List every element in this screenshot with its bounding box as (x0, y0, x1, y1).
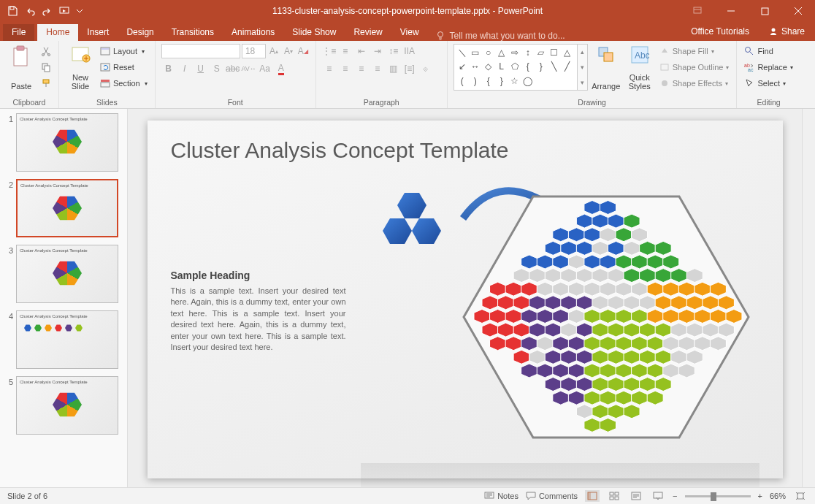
qat-customize-icon[interactable] (74, 3, 85, 19)
reset-button[interactable]: Reset (99, 60, 149, 75)
svg-marker-53 (655, 241, 671, 255)
thumbnail-1[interactable]: Cluster Analysis Concept Template (16, 113, 118, 172)
new-slide-button[interactable]: New Slide (65, 44, 96, 92)
zoom-slider[interactable] (685, 495, 751, 497)
shape-effects-button[interactable]: Shape Effects▾ (658, 76, 731, 91)
shapes-scroll[interactable]: ▴▾▾ (578, 44, 588, 91)
shape-arrow-icon[interactable]: ⇨ (508, 46, 521, 59)
text-block[interactable]: Sample Heading This is a sample text. In… (171, 270, 346, 467)
smartart-icon[interactable]: ⟐ (418, 61, 433, 76)
char-spacing-icon[interactable]: AV↔ (242, 61, 256, 76)
slide-canvas[interactable]: Cluster Analysis Concept Template Sample… (148, 121, 783, 478)
tab-home[interactable]: Home (37, 24, 78, 41)
text-direction-icon[interactable]: IIA (402, 44, 417, 58)
office-tutorials[interactable]: Office Tutorials (682, 23, 758, 40)
numbering-icon[interactable]: ≡ (338, 44, 353, 58)
align-left-icon[interactable]: ≡ (322, 61, 337, 76)
grow-font-icon[interactable]: A▴ (267, 44, 280, 58)
svg-marker-88 (678, 282, 695, 296)
select-button[interactable]: Select▾ (743, 76, 794, 91)
zoom-out-icon[interactable]: − (673, 492, 677, 500)
cut-button[interactable] (39, 44, 53, 58)
quick-styles-button[interactable]: Abc Quick Styles (624, 44, 655, 92)
svg-marker-72 (639, 269, 655, 283)
shape-outline-button[interactable]: Shape Outline▾ (658, 60, 731, 75)
shrink-font-icon[interactable]: A▾ (282, 44, 295, 58)
slide-title[interactable]: Cluster Analysis Concept Template (171, 138, 759, 163)
reflection (361, 463, 759, 487)
svg-marker-178 (545, 378, 561, 392)
slide-indicator[interactable]: Slide 2 of 6 (7, 492, 47, 500)
undo-icon[interactable] (22, 3, 38, 19)
columns-icon[interactable]: ▥ (386, 61, 401, 76)
ribbon-options-icon[interactable] (681, 0, 714, 22)
redo-icon[interactable] (39, 3, 56, 19)
slide-editor[interactable]: Cluster Analysis Concept Template Sample… (128, 109, 802, 487)
section-button[interactable]: Section▾ (99, 76, 149, 91)
font-name-input[interactable] (161, 44, 240, 58)
comments-button[interactable]: Comments (526, 492, 578, 500)
change-case-icon[interactable]: Aa (258, 61, 272, 76)
tab-review[interactable]: Review (345, 24, 391, 41)
maximize-icon[interactable] (748, 0, 781, 22)
vertical-scrollbar[interactable] (802, 109, 815, 487)
find-button[interactable]: Find (743, 44, 794, 58)
tab-view[interactable]: View (391, 24, 428, 41)
format-painter-button[interactable] (39, 76, 53, 91)
save-icon[interactable] (4, 3, 20, 19)
layout-button[interactable]: Layout▾ (99, 44, 149, 58)
tab-slideshow[interactable]: Slide Show (283, 24, 345, 41)
align-text-icon[interactable]: [≡] (402, 61, 417, 76)
zoom-in-icon[interactable]: + (758, 492, 762, 500)
font-size-input[interactable]: 18 (242, 44, 266, 58)
bullets-icon[interactable]: ⋮≡ (322, 44, 337, 58)
shape-tri-icon[interactable]: △ (495, 46, 508, 59)
close-icon[interactable] (781, 0, 815, 22)
align-center-icon[interactable]: ≡ (338, 61, 353, 76)
indent-icon[interactable]: ⇥ (370, 44, 385, 58)
thumbnail-3[interactable]: Cluster Analysis Concept Template (16, 245, 118, 303)
reading-view-icon[interactable] (629, 490, 643, 502)
tab-design[interactable]: Design (118, 24, 162, 41)
bold-icon[interactable]: B (161, 61, 176, 76)
shape-fill-button[interactable]: Shape Fill▾ (658, 44, 731, 58)
sorter-view-icon[interactable] (607, 490, 621, 502)
share-button[interactable]: Share (761, 22, 812, 41)
arrange-button[interactable]: Arrange (591, 44, 621, 92)
svg-point-26 (746, 47, 751, 53)
clear-format-icon[interactable]: A◢ (296, 44, 310, 58)
fit-window-icon[interactable] (793, 490, 808, 502)
thumbnail-2[interactable]: Cluster Analysis Concept Template (16, 179, 118, 237)
notes-button[interactable]: Notes (484, 492, 519, 500)
tab-transitions[interactable]: Transitions (163, 24, 223, 41)
shape-line-icon[interactable]: ＼ (456, 46, 469, 59)
paste-button[interactable]: Paste (6, 44, 37, 92)
normal-view-icon[interactable] (585, 490, 600, 502)
start-from-beginning-icon[interactable] (57, 3, 73, 19)
font-color-icon[interactable]: A (274, 61, 288, 76)
tell-me[interactable]: Tell me what you want to do... (435, 31, 565, 41)
shadow-icon[interactable]: S (210, 61, 224, 76)
copy-button[interactable] (39, 60, 53, 75)
align-right-icon[interactable]: ≡ (354, 61, 369, 76)
tab-insert[interactable]: Insert (78, 24, 118, 41)
thumbnail-5[interactable]: Cluster Analysis Concept Template (16, 376, 118, 435)
outdent-icon[interactable]: ⇤ (354, 44, 369, 58)
strike-icon[interactable]: abc (226, 61, 240, 76)
zoom-level[interactable]: 66% (770, 492, 786, 500)
underline-icon[interactable]: U (194, 61, 208, 76)
line-spacing-icon[interactable]: ↕≡ (386, 44, 401, 58)
shapes-gallery[interactable]: ＼▭○△⇨↕▱☐ △↙↔◇L⬠{} ╲╱(){}☆◯ (454, 44, 578, 91)
svg-marker-191 (631, 391, 647, 405)
replace-button[interactable]: abacReplace▾ (743, 60, 794, 75)
slideshow-view-icon[interactable] (651, 490, 665, 502)
slide-graphic[interactable] (361, 175, 759, 467)
tab-animations[interactable]: Animations (223, 24, 283, 41)
tab-file[interactable]: File (3, 24, 34, 41)
justify-icon[interactable]: ≡ (370, 61, 385, 76)
shape-oval-icon[interactable]: ○ (482, 46, 495, 59)
minimize-icon[interactable] (714, 0, 748, 22)
italic-icon[interactable]: I (177, 61, 192, 76)
shape-rect-icon[interactable]: ▭ (469, 46, 482, 59)
thumbnail-4[interactable]: Cluster Analysis Concept Template (16, 310, 118, 369)
